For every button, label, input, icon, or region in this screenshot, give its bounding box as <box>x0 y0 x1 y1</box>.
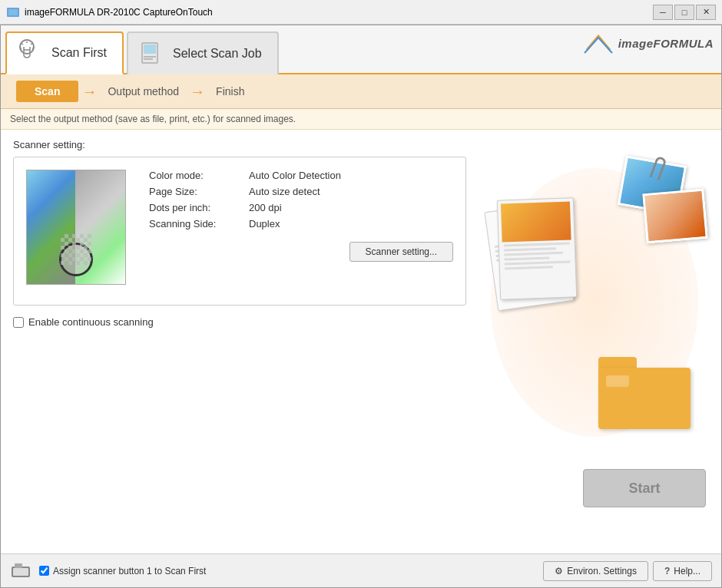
arrow-2-icon: → <box>190 83 205 101</box>
help-button[interactable]: ? Help... <box>653 561 712 581</box>
dpi-row: Dots per inch: 200 dpi <box>149 202 453 213</box>
scanner-setting-button[interactable]: Scanner setting... <box>349 242 453 262</box>
content-area: Scanner setting: Color mode: Auto Color … <box>1 130 721 553</box>
logo-area: imageFORMULA <box>583 31 714 55</box>
scanning-side-key: Scanning Side: <box>149 218 249 230</box>
folder-body <box>598 368 691 429</box>
continuous-scan-checkbox[interactable] <box>13 317 24 328</box>
preview-circle <box>59 243 93 276</box>
page-size-val: Auto size detect <box>249 186 320 197</box>
folder-shine <box>606 375 629 387</box>
checkerboard-pattern <box>61 234 91 265</box>
continuous-scan-label[interactable]: Enable continuous scanning <box>28 316 154 328</box>
scanning-side-row: Scanning Side: Duplex <box>149 218 453 230</box>
scanning-side-val: Duplex <box>249 218 280 230</box>
main-window: Scan First Select Scan Job <box>0 25 722 588</box>
help-icon: ? <box>664 566 670 576</box>
scanner-info: Color mode: Auto Color Detection Page Si… <box>149 170 453 292</box>
preview-image <box>26 170 126 285</box>
deco-background-circle <box>491 168 698 437</box>
logo-text: imageFORMULA <box>618 37 714 50</box>
help-label: Help... <box>674 566 700 576</box>
start-button[interactable]: Start <box>583 469 706 507</box>
assign-checkbox[interactable] <box>39 566 49 576</box>
arrow-1-icon: → <box>81 83 97 101</box>
deco-photo-2 <box>642 189 707 244</box>
folder-tab <box>598 357 637 369</box>
deco-paperclip <box>649 156 667 181</box>
svg-rect-5 <box>144 45 156 54</box>
app-icon <box>6 5 20 19</box>
app-title: imageFORMULA DR-2010C CaptureOnTouch <box>25 7 653 18</box>
select-scan-job-icon <box>137 40 165 68</box>
page-size-row: Page Size: Auto size detect <box>149 186 453 197</box>
select-scan-job-label: Select Scan Job <box>173 47 262 61</box>
scan-first-icon <box>16 39 44 67</box>
step-finish: Finish <box>208 81 252 102</box>
maximize-button[interactable]: □ <box>674 5 694 20</box>
scanner-panel: Color mode: Auto Color Detection Page Si… <box>13 157 466 306</box>
assign-label[interactable]: Assign scanner button 1 to Scan First <box>53 566 206 576</box>
start-button-area: Start <box>583 469 706 507</box>
color-mode-row: Color mode: Auto Color Detection <box>149 170 453 181</box>
step-output: Output method <box>100 81 187 102</box>
step-bar: Scan → Output method → Finish <box>1 74 721 109</box>
logo-icon <box>583 31 614 55</box>
page-size-key: Page Size: <box>149 186 249 197</box>
tab-bar: Scan First Select Scan Job <box>1 25 721 74</box>
output-method-label: Output method <box>100 81 187 102</box>
window-controls: ─ □ ✕ <box>653 5 716 20</box>
deco-folder <box>598 368 691 429</box>
svg-rect-9 <box>13 568 28 576</box>
title-bar: imageFORMULA DR-2010C CaptureOnTouch ─ □… <box>0 0 722 25</box>
close-button[interactable]: ✕ <box>696 5 716 20</box>
finish-label: Finish <box>208 81 252 102</box>
environ-settings-label: Environ. Settings <box>567 566 637 576</box>
decorative-illustration <box>475 153 706 460</box>
bottom-bar: Assign scanner button 1 to Scan First ⚙ … <box>1 553 721 587</box>
info-text: Select the output method (save as file, … <box>10 114 296 124</box>
bottom-right-controls: ⚙ Environ. Settings ? Help... <box>543 561 712 581</box>
color-mode-val: Auto Color Detection <box>249 170 341 181</box>
environ-settings-button[interactable]: ⚙ Environ. Settings <box>543 561 648 581</box>
settings-icon: ⚙ <box>555 566 563 576</box>
assign-checkbox-row: Assign scanner button 1 to Scan First <box>39 566 206 576</box>
svg-rect-1 <box>8 9 18 15</box>
scanner-small-icon <box>10 560 31 582</box>
dpi-val: 200 dpi <box>249 202 282 213</box>
svg-rect-10 <box>15 563 22 568</box>
scan-step-button[interactable]: Scan <box>16 81 78 102</box>
minimize-button[interactable]: ─ <box>653 5 673 20</box>
info-bar: Select the output method (save as file, … <box>1 109 721 130</box>
tab-scan-first[interactable]: Scan First <box>5 31 124 74</box>
deco-photo-1 <box>618 156 687 216</box>
scanner-setting-section-label: Scanner setting: <box>13 139 709 150</box>
continuous-scan-row: Enable continuous scanning <box>13 316 709 328</box>
scanner-setting-btn-container: Scanner setting... <box>149 242 453 262</box>
tab-select-scan-job[interactable]: Select Scan Job <box>127 31 279 74</box>
step-scan: Scan <box>16 81 78 102</box>
dpi-key: Dots per inch: <box>149 202 249 213</box>
scan-first-label: Scan First <box>51 46 107 60</box>
scan-preview <box>26 170 134 292</box>
color-mode-key: Color mode: <box>149 170 249 181</box>
doc-page-back <box>484 202 574 312</box>
doc-page-front <box>497 197 577 299</box>
